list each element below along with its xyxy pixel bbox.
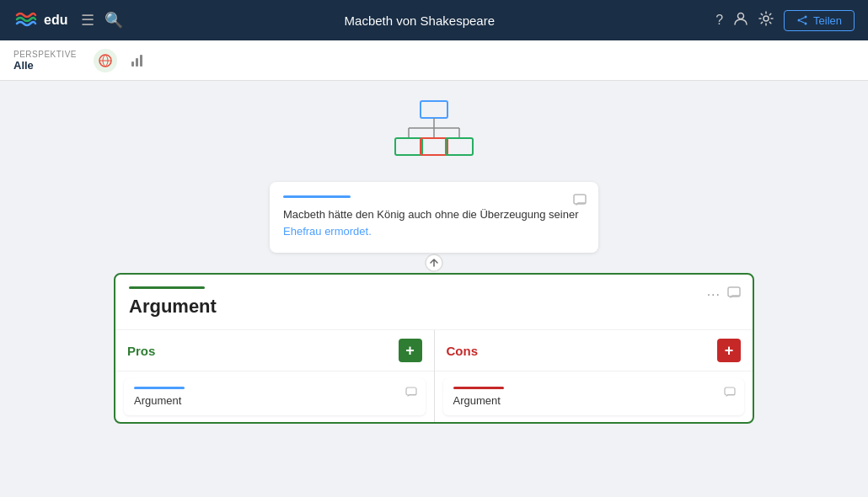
cons-column: Cons + Argument bbox=[435, 330, 753, 422]
view-icons bbox=[94, 49, 149, 72]
claim-comment-icon[interactable] bbox=[573, 194, 587, 210]
con-argument-comment-icon[interactable] bbox=[724, 387, 736, 401]
cons-header: Cons + bbox=[435, 330, 753, 371]
globe-icon[interactable] bbox=[94, 49, 117, 72]
svg-line-5 bbox=[800, 18, 804, 19]
svg-point-1 bbox=[764, 16, 769, 21]
argument-bar bbox=[129, 286, 205, 289]
pros-cons-row: Pros + Argument bbox=[115, 330, 753, 422]
app-logo[interactable]: edu bbox=[13, 8, 67, 32]
add-con-button[interactable]: + bbox=[717, 339, 741, 362]
argument-actions: ··· bbox=[707, 286, 741, 302]
page-title: Macbeth von Shakespeare bbox=[133, 13, 705, 28]
claim-card-bar bbox=[283, 195, 351, 198]
tree-svg bbox=[383, 98, 485, 165]
con-argument-bar bbox=[453, 387, 504, 389]
perspective-value: Alle bbox=[13, 59, 77, 72]
add-pro-button[interactable]: + bbox=[399, 339, 422, 362]
pro-argument-text: Argument bbox=[134, 394, 415, 407]
svg-point-0 bbox=[738, 13, 744, 19]
svg-rect-10 bbox=[140, 55, 142, 67]
pro-argument-item: Argument bbox=[124, 378, 426, 415]
argument-section: Argument ··· Pros + bbox=[114, 273, 754, 424]
svg-rect-11 bbox=[421, 101, 447, 118]
svg-point-2 bbox=[798, 19, 801, 22]
logo-text: edu bbox=[44, 13, 67, 28]
pro-argument-comment-icon[interactable] bbox=[405, 387, 417, 401]
con-argument-item: Argument bbox=[443, 378, 745, 415]
user-icon[interactable] bbox=[733, 11, 748, 29]
svg-point-3 bbox=[805, 16, 807, 19]
search-icon[interactable]: 🔍 bbox=[104, 11, 123, 29]
main-content: Macbeth hätte den König auch ohne die Üb… bbox=[0, 81, 868, 497]
cons-label: Cons bbox=[447, 344, 479, 358]
svg-rect-19 bbox=[446, 138, 473, 155]
svg-rect-8 bbox=[131, 61, 134, 67]
pro-argument-bar bbox=[134, 387, 185, 389]
menu-icon[interactable]: ☰ bbox=[81, 11, 94, 29]
claim-card-link[interactable]: Ehefrau ermordet. bbox=[283, 225, 372, 238]
claim-card: Macbeth hätte den König auch ohne die Üb… bbox=[270, 182, 598, 253]
tree-diagram bbox=[383, 98, 485, 165]
perspective-container: PERSPEKTIVE Alle bbox=[13, 50, 77, 72]
svg-rect-18 bbox=[421, 138, 447, 155]
argument-comment-icon[interactable] bbox=[727, 286, 741, 302]
help-icon[interactable]: ? bbox=[715, 13, 723, 28]
nav-right: ? Teilen bbox=[715, 10, 855, 31]
svg-point-4 bbox=[805, 23, 807, 25]
con-argument-text: Argument bbox=[453, 394, 735, 407]
share-button[interactable]: Teilen bbox=[784, 10, 855, 31]
settings-icon[interactable] bbox=[758, 11, 774, 29]
logo-icon bbox=[13, 8, 37, 32]
claim-card-text: Macbeth hätte den König auch ohne die Üb… bbox=[283, 206, 585, 239]
top-navigation: edu ☰ 🔍 Macbeth von Shakespeare ? bbox=[0, 0, 868, 40]
argument-header: Argument ··· bbox=[115, 275, 753, 330]
pros-column: Pros + Argument bbox=[115, 330, 435, 422]
svg-line-6 bbox=[800, 21, 804, 23]
share-label: Teilen bbox=[813, 14, 842, 27]
svg-rect-17 bbox=[395, 138, 422, 155]
svg-rect-23 bbox=[406, 387, 416, 395]
perspective-label: PERSPEKTIVE bbox=[13, 50, 77, 59]
sub-navigation: PERSPEKTIVE Alle bbox=[0, 40, 868, 81]
pros-header: Pros + bbox=[115, 330, 434, 371]
svg-rect-9 bbox=[136, 58, 138, 67]
chart-icon[interactable] bbox=[126, 49, 149, 72]
pros-label: Pros bbox=[127, 344, 155, 358]
argument-title: Argument bbox=[129, 296, 739, 318]
svg-rect-24 bbox=[725, 387, 735, 395]
argument-more-icon[interactable]: ··· bbox=[707, 287, 721, 302]
connector-arrow bbox=[421, 254, 447, 271]
